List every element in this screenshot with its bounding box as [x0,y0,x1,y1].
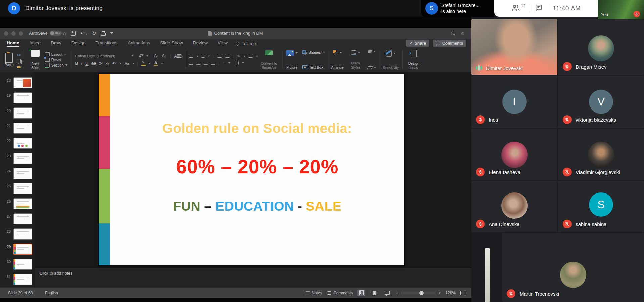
slide-thumbnail-25[interactable]: 25 [0,183,35,194]
participant-tile[interactable]: Dragan Misev [558,19,644,75]
slide-thumbnail-22[interactable]: 22 [0,138,35,149]
tab-draw[interactable]: Draw [51,40,61,46]
increase-indent-icon[interactable] [225,55,229,58]
font-name-combo[interactable]: Calibri Light (Headings) [75,54,128,58]
normal-view-button[interactable] [357,290,365,296]
align-left-icon[interactable] [189,62,193,65]
tab-animations[interactable]: Animations [128,40,150,46]
copy-icon[interactable] [17,59,21,63]
comments-button[interactable]: Comments [433,40,466,47]
design-ideas-button[interactable]: Design Ideas [406,48,422,72]
grow-font-button[interactable]: A↑ [154,54,159,58]
notes-toggle-button[interactable]: Notes [306,291,322,295]
slide-thumbnail-28[interactable]: 28 [0,228,35,240]
strikethrough-button[interactable]: ab [91,61,96,66]
text-box-button[interactable]: AText Box [302,65,323,69]
search-icon[interactable] [451,32,454,35]
shapes-button[interactable]: Shapes [302,50,325,55]
slide-thumbnail-21[interactable]: 21 [0,123,35,134]
minimize-window-button[interactable] [11,31,16,36]
slide-thumbnail-26[interactable]: 26 [0,198,35,209]
thumbnail-preview[interactable] [13,259,32,270]
convert-smartart-button[interactable]: Convert to SmartArt [258,48,280,72]
customize-toolbar-icon[interactable] [110,32,113,35]
smiley-icon[interactable]: ☺ [460,31,465,36]
highlight-color-button[interactable]: ✎ [141,61,146,66]
italic-button[interactable]: I [81,61,82,66]
font-color-button[interactable]: A [154,61,158,66]
clear-formatting-button[interactable]: A⌦ [174,54,183,59]
slide-thumbnail-31[interactable]: 31 [0,274,35,285]
participants-button[interactable]: 12 [511,4,525,13]
font-size-combo[interactable]: 47 [139,54,143,58]
justify-icon[interactable] [211,62,215,65]
fit-to-window-icon[interactable] [460,291,465,295]
superscript-button[interactable]: x² [99,61,102,66]
layout-button[interactable]: Layout [45,52,67,56]
home-icon[interactable]: ⌂ [63,31,66,36]
slide-thumbnail-24[interactable]: 24 [0,168,35,179]
close-window-button[interactable] [4,31,8,36]
self-view-tile[interactable]: You [598,0,644,19]
slide-thumbnail-panel[interactable]: 1819202122232425262728293031 [0,72,35,287]
cut-icon[interactable]: ✂ [17,53,21,57]
slide-thumbnail-18[interactable]: 18 [0,77,35,88]
participant-tile[interactable]: Dimitar Jovevski [471,19,557,75]
participant-tile[interactable]: Vladimir Gjorgjevski [558,129,644,180]
zoom-slider-thumb[interactable] [419,291,424,295]
bold-button[interactable]: B [75,61,78,66]
shape-fill-button[interactable] [368,50,376,53]
autosave-switch[interactable]: OFF [50,31,62,36]
chat-button[interactable] [535,4,543,13]
underline-button[interactable]: U [85,61,88,66]
tab-home[interactable]: Home [7,40,19,46]
bullets-icon[interactable] [189,55,193,58]
participant-tile[interactable]: Elena tasheva [471,129,557,180]
slide-thumbnail-19[interactable]: 19 [0,92,35,103]
zoom-in-button[interactable]: + [438,291,441,295]
thumbnail-preview[interactable] [13,213,32,224]
slide-thumbnail-20[interactable]: 20 [0,107,35,119]
comments-toggle-button[interactable]: Comments [327,291,353,295]
paste-button[interactable]: Paste [4,50,14,69]
zoom-slider[interactable] [401,293,436,293]
autosave-toggle[interactable]: AutoSave OFF [29,31,62,36]
thumbnail-preview[interactable] [13,92,32,103]
thumbnail-preview[interactable] [13,228,32,240]
slide[interactable]: Golden rule on Social media: 60% – 20% –… [99,74,404,265]
decrease-indent-icon[interactable] [218,55,222,58]
thumbnail-preview[interactable] [13,274,32,285]
tab-insert[interactable]: Insert [30,40,41,46]
participant-tile[interactable]: IInes [471,76,557,128]
thumbnail-preview[interactable] [13,77,32,88]
language-indicator[interactable]: English [45,291,58,295]
tab-design[interactable]: Design [71,40,86,46]
change-case-button[interactable]: Aa [125,61,129,66]
shape-outline-button[interactable] [368,66,376,69]
align-text-icon[interactable] [234,61,239,65]
participant-tile[interactable]: Vviktorija blazevska [558,76,644,128]
zoom-window-button[interactable] [19,31,23,36]
share-button[interactable]: ↗ Share [406,40,429,47]
slide-thumbnail-29[interactable]: 29 [0,244,35,255]
subscript-button[interactable]: x₂ [105,61,109,66]
undo-icon[interactable]: ↶ [80,30,87,36]
participant-tile[interactable]: Ana Dinevska [471,181,557,232]
tab-review[interactable]: Review [193,40,208,46]
slide-thumbnail-23[interactable]: 23 [0,153,35,164]
tab-transitions[interactable]: Transitions [96,40,118,46]
numbering-icon[interactable] [202,55,205,58]
participant-tile[interactable]: Martin Trpenovski [502,233,644,302]
tab-slide-show[interactable]: Slide Show [160,40,183,46]
save-icon[interactable] [71,31,76,36]
tell-me-box[interactable]: Tell me [236,41,256,46]
align-center-icon[interactable] [196,62,200,65]
format-painter-icon[interactable] [17,66,21,68]
slideshow-view-button[interactable] [383,290,391,296]
shrink-font-button[interactable]: A↓ [162,54,167,58]
thumbnail-preview[interactable] [13,198,32,209]
text-direction-icon[interactable]: ↕ [223,61,225,65]
thumbnail-preview[interactable] [13,107,32,119]
line-spacing-icon[interactable]: ⇅ [237,54,240,58]
sensitivity-button[interactable]: Sensitivity [382,48,399,72]
